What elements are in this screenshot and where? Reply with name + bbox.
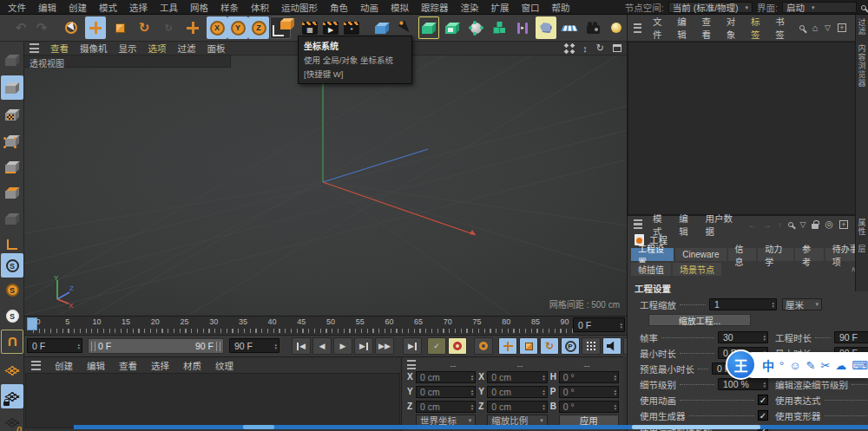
filter-icon[interactable]: ▽ xyxy=(825,23,831,32)
viewport-menu-查看[interactable]: 查看 xyxy=(50,42,69,55)
menu-item-运动图形[interactable]: 运动图形 xyxy=(281,1,318,14)
menu-item-帮助[interactable]: 帮助 xyxy=(552,1,570,14)
scrollbar-thumb[interactable] xyxy=(632,425,760,429)
spinner-arrows-icon[interactable]: ▴▾ xyxy=(542,374,545,381)
workplane-options-button[interactable]: () xyxy=(1,410,23,431)
menu-item-模式[interactable]: 模式 xyxy=(99,1,117,14)
target-icon[interactable]: ◎ xyxy=(825,219,833,230)
sound-toggle[interactable] xyxy=(602,337,621,355)
attribute-menu-编辑[interactable]: 编辑 xyxy=(679,212,694,238)
side-tab-过滤[interactable]: 过滤 xyxy=(857,18,868,36)
material-menu-创建[interactable]: 创建 xyxy=(55,359,73,372)
hamburger-icon[interactable] xyxy=(407,360,416,369)
workplane-button[interactable] xyxy=(1,358,23,382)
使用动画-checkbox[interactable]: ✓ xyxy=(758,395,768,405)
timeline-tick-15[interactable]: 15 xyxy=(122,317,130,326)
spinner-arrows-icon[interactable]: ▴▾ xyxy=(471,374,474,381)
character-button[interactable]: ▸ xyxy=(512,16,533,39)
帧率-field[interactable]: 30▴▾ xyxy=(718,331,768,343)
axis-y-lock-button[interactable]: Y xyxy=(227,16,248,39)
next-frame-button[interactable]: ▶ xyxy=(354,337,373,355)
tab-参考[interactable]: 参考 xyxy=(795,248,824,261)
keyframe-selection-button[interactable] xyxy=(474,337,493,355)
coord-field-Z[interactable]: 0 cm▴▾ xyxy=(416,401,476,413)
scale-project-button[interactable]: 缩放工程... xyxy=(648,314,751,326)
timeline-tick-10[interactable]: 10 xyxy=(92,317,101,326)
goto-start-button[interactable]: ◀ xyxy=(292,337,311,355)
live-selection-button[interactable] xyxy=(61,16,82,39)
timeline-tick-5[interactable]: 5 xyxy=(65,317,69,326)
tab-帧插值[interactable]: 帧插值 xyxy=(631,263,671,276)
prev-key-button[interactable]: ◀ xyxy=(312,337,332,355)
timeline-ruler[interactable]: 051015202530354045505560657075808590 0 F… xyxy=(24,316,627,334)
range-end-field[interactable]: 90 F ▴▾ xyxy=(229,338,279,353)
coord-field-P[interactable]: 0 °▴▾ xyxy=(559,386,619,398)
spinner-arrows-icon[interactable]: ▴▾ xyxy=(274,343,277,349)
axis-x-lock-button[interactable]: X xyxy=(207,16,227,39)
object-manager-menu-文件[interactable]: 文件 xyxy=(653,15,666,41)
timeline-tick-45[interactable]: 45 xyxy=(297,317,306,326)
coord-field-Z[interactable]: 0 cm▴▾ xyxy=(487,401,547,413)
tab-工程设置[interactable]: 工程设置 xyxy=(631,248,674,261)
up-icon[interactable]: ↑ xyxy=(778,219,782,230)
hamburger-icon[interactable] xyxy=(31,361,41,370)
spinner-arrows-icon[interactable]: ▴▾ xyxy=(542,389,545,395)
side-tab-内容浏览器[interactable]: 内容浏览器 xyxy=(857,44,868,88)
rotate-tool-button[interactable]: ↻ xyxy=(134,16,155,39)
ime-icon-1[interactable]: ° xyxy=(779,359,784,372)
spinner-arrows-icon[interactable]: ▴▾ xyxy=(542,403,545,410)
instance-button[interactable] xyxy=(442,16,463,39)
timeline-tick-70[interactable]: 70 xyxy=(444,317,452,326)
spinner-arrows-icon[interactable]: ▴▾ xyxy=(471,403,474,410)
point-mode-button[interactable] xyxy=(1,128,23,153)
tab-场景节点[interactable]: 场景节点 xyxy=(673,263,721,276)
timeline-tick-30[interactable]: 30 xyxy=(209,317,218,326)
convert-object-button[interactable] xyxy=(1,48,23,72)
interface-dropdown[interactable]: 启动▾ xyxy=(782,2,857,13)
menu-item-编辑[interactable]: 编辑 xyxy=(38,1,56,14)
menu-item-窗口[interactable]: 窗口 xyxy=(522,1,540,14)
coord-field-Y[interactable]: 0 cm▴▾ xyxy=(416,386,476,398)
side-tab-层[interactable]: 层 xyxy=(857,245,868,253)
light-button[interactable] xyxy=(606,16,627,39)
deformer-button[interactable] xyxy=(465,16,486,39)
undo-button[interactable]: ↶ xyxy=(10,16,31,39)
timeline-tick-55[interactable]: 55 xyxy=(356,317,365,326)
object-manager-menu-编辑[interactable]: 编辑 xyxy=(677,15,690,41)
polygon-mode-button[interactable] xyxy=(1,180,23,205)
tab-信息[interactable]: 信息 xyxy=(728,248,757,261)
menu-item-工具[interactable]: 工具 xyxy=(160,1,178,14)
back-icon[interactable]: ← xyxy=(747,219,757,230)
menu-item-体积[interactable]: 体积 xyxy=(251,1,269,14)
autokey-button[interactable]: ✓ xyxy=(427,337,446,355)
object-manager-menu-查看[interactable]: 查看 xyxy=(701,15,714,41)
timeline-tick-35[interactable]: 35 xyxy=(239,317,247,326)
record-rotation-toggle[interactable]: ↻ xyxy=(540,337,559,355)
menu-item-跟踪器[interactable]: 跟踪器 xyxy=(421,1,449,14)
zoom-icon[interactable]: ↕ xyxy=(582,43,588,54)
ime-icon-5[interactable]: ☁ xyxy=(835,359,846,372)
spinner-arrows-icon[interactable]: ▴▾ xyxy=(614,389,616,395)
maximize-icon[interactable] xyxy=(613,44,621,52)
spinner-arrows-icon[interactable]: ▴▾ xyxy=(763,381,766,388)
ime-icon-4[interactable]: ✂ xyxy=(820,359,830,372)
edge-mode-button[interactable] xyxy=(1,154,23,179)
menu-item-创建[interactable]: 创建 xyxy=(69,1,87,14)
home-icon[interactable]: ⌂ xyxy=(812,23,818,33)
node-space-dropdown[interactable]: 当前 (标准/物理)▾ xyxy=(668,2,753,13)
play-button[interactable]: ▶ xyxy=(333,337,352,355)
camera-button[interactable] xyxy=(582,16,603,39)
coord-field-Y[interactable]: 0 cm▴▾ xyxy=(487,386,547,398)
coord-field-H[interactable]: 0 °▴▾ xyxy=(559,371,619,383)
timeline-tick-80[interactable]: 80 xyxy=(502,317,510,326)
timeline-tick-40[interactable]: 40 xyxy=(268,317,277,326)
spinner-arrows-icon[interactable]: ▴▾ xyxy=(772,301,774,308)
timeline-tick-25[interactable]: 25 xyxy=(180,317,188,326)
forward-icon[interactable]: → xyxy=(763,219,773,230)
model-mode-button[interactable] xyxy=(1,75,23,100)
tab-Cineware[interactable]: Cineware xyxy=(675,248,726,261)
tab-动力学[interactable]: 动力学 xyxy=(758,248,793,261)
material-list-area[interactable] xyxy=(25,373,400,428)
menu-item-网格[interactable]: 网格 xyxy=(190,1,208,14)
record-scale-toggle[interactable] xyxy=(519,337,538,355)
